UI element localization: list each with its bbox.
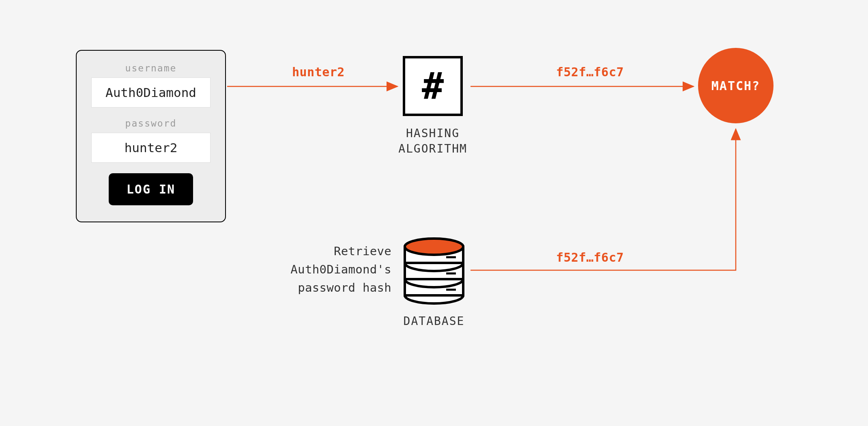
edge-label-hash-output: f52f…f6c7 — [556, 65, 624, 79]
edge-label-db-hash: f52f…f6c7 — [556, 250, 624, 265]
login-button[interactable]: LOG IN — [109, 173, 193, 205]
match-label: MATCH? — [711, 79, 760, 93]
login-card: username password LOG IN — [76, 50, 226, 222]
password-input[interactable] — [91, 133, 211, 163]
hash-icon: # — [403, 56, 463, 116]
username-label: username — [125, 63, 177, 73]
hash-symbol: # — [422, 65, 444, 108]
password-label: password — [125, 118, 177, 129]
retrieve-caption: Retrieve Auth0Diamond's password hash — [255, 242, 391, 297]
arrow-db-to-match — [471, 129, 736, 270]
username-input[interactable] — [91, 77, 211, 108]
database-label: DATABASE — [394, 314, 474, 328]
hash-label: HASHING ALGORITHM — [381, 126, 484, 157]
match-node: MATCH? — [698, 48, 773, 123]
edge-label-password: hunter2 — [292, 65, 345, 79]
svg-point-6 — [405, 239, 463, 255]
database-icon — [402, 234, 466, 305]
